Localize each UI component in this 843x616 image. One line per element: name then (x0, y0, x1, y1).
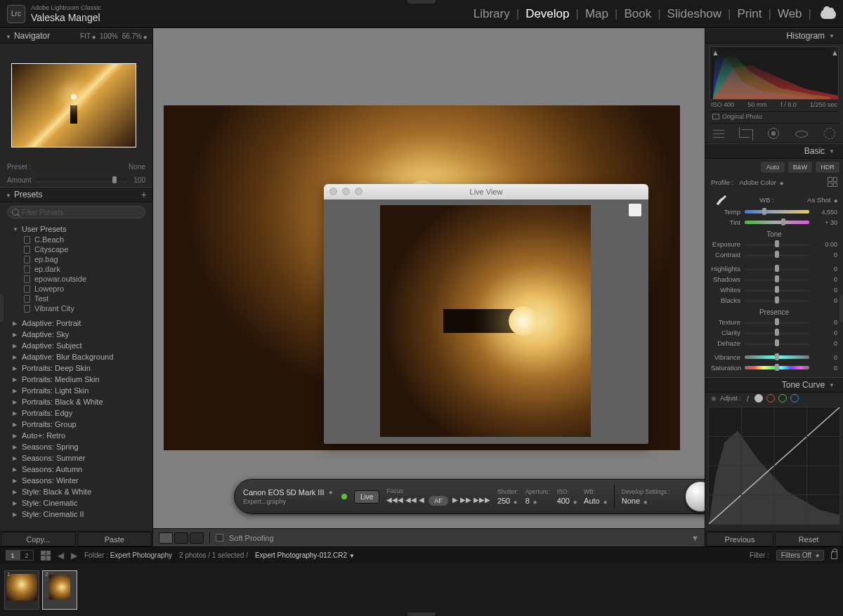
curve-channel-all[interactable] (754, 394, 763, 402)
wb-dropdown[interactable]: Auto (584, 497, 600, 505)
temp-slider[interactable] (745, 210, 809, 214)
module-book[interactable]: Book (624, 7, 651, 21)
edit-tool-icon[interactable] (713, 128, 724, 139)
blacks-slider[interactable] (745, 299, 809, 302)
preset-item[interactable]: Vibrant City (0, 303, 152, 313)
clarity-slider[interactable] (745, 331, 809, 334)
hdr-button[interactable]: HDR (815, 161, 840, 173)
paste-button[interactable]: Paste (77, 532, 152, 546)
preset-amount-slider[interactable] (37, 178, 128, 183)
module-web[interactable]: Web (778, 7, 802, 21)
autofocus-button[interactable]: AF (429, 496, 448, 506)
basic-panel-header[interactable]: Basic▼ (705, 143, 843, 159)
grid-view-icon[interactable] (41, 551, 51, 561)
preset-group[interactable]: ▶Portraits: Light Skin (0, 385, 152, 396)
vibrance-slider[interactable] (745, 355, 809, 359)
module-slideshow[interactable]: Slideshow (667, 7, 722, 21)
preset-group[interactable]: ▶Style: Black & White (0, 486, 152, 497)
focus-far-2[interactable]: ◀◀ (405, 496, 417, 506)
preset-item[interactable]: Test (0, 294, 152, 303)
focus-near-3[interactable]: ▶▶▶ (473, 496, 490, 506)
curve-channel-red[interactable] (766, 394, 775, 402)
preset-group[interactable]: ▶Seasons: Summer (0, 452, 152, 464)
filter-lock-icon[interactable] (831, 551, 837, 559)
texture-slider[interactable] (745, 320, 809, 324)
nav-back-icon[interactable]: ◀ (58, 551, 64, 561)
shutter-dropdown[interactable]: 250 (497, 497, 510, 505)
preset-group[interactable]: ▶Portraits: Edgy (0, 407, 152, 419)
preset-item[interactable]: Cityscape (0, 244, 152, 254)
tether-camera-name[interactable]: Canon EOS 5D Mark III (243, 488, 325, 497)
preset-group[interactable]: ▶Seasons: Autumn (0, 464, 152, 475)
whites-slider[interactable] (745, 288, 809, 291)
reset-button[interactable]: Reset (775, 532, 842, 546)
masking-tool-icon[interactable] (824, 128, 835, 139)
profile-browser-icon[interactable] (828, 177, 837, 187)
zoom-fit[interactable]: FIT◆ (80, 32, 96, 40)
filmstrip-thumb-1[interactable]: 1 (4, 570, 39, 610)
preset-group[interactable]: ▶Style: Cinematic II (0, 509, 152, 520)
cloud-sync-icon[interactable] (821, 9, 836, 19)
new-preset-icon[interactable]: + (141, 189, 147, 200)
window-minimize-icon[interactable] (342, 188, 350, 195)
preset-group[interactable]: ▶Adaptive: Portrait (0, 317, 152, 329)
preset-item[interactable]: Lowepro (0, 284, 152, 294)
preset-group[interactable]: ▶Auto+: Retro (0, 430, 152, 441)
window-close-icon[interactable] (329, 188, 337, 195)
module-develop[interactable]: Develop (525, 7, 569, 21)
filmstrip-thumb-2[interactable]: 2 (42, 570, 77, 610)
shadow-clipping-icon[interactable]: ▲ (712, 48, 717, 54)
top-panel-grip[interactable] (407, 0, 436, 4)
focus-far-1[interactable]: ◀ (419, 496, 424, 506)
window-zoom-icon[interactable] (355, 188, 362, 195)
capture-shutter-button[interactable] (685, 481, 705, 512)
module-print[interactable]: Print (738, 7, 762, 21)
highlight-clipping-icon[interactable]: ▲ (831, 48, 837, 54)
aperture-dropdown[interactable]: 8 (525, 497, 530, 505)
tint-slider[interactable] (745, 221, 809, 224)
before-after-lr-button[interactable] (174, 532, 188, 544)
preset-item[interactable]: ep.dark (0, 264, 152, 274)
preset-group[interactable]: ▶Portraits: Deep Skin (0, 362, 152, 374)
contrast-slider[interactable] (745, 253, 809, 256)
preset-group[interactable]: ▶Seasons: Winter (0, 475, 152, 486)
auto-button[interactable]: Auto (760, 161, 785, 173)
copy-button[interactable]: Copy... (1, 532, 76, 546)
module-library[interactable]: Library (473, 7, 510, 21)
focus-far-3[interactable]: ◀◀◀ (386, 496, 403, 506)
redeye-tool-icon[interactable] (795, 131, 808, 138)
curve-channel-green[interactable] (778, 394, 787, 402)
preset-search-input[interactable]: Filter Presets (7, 206, 145, 218)
zoom-100[interactable]: 100% (100, 32, 118, 40)
curve-channel-blue[interactable] (790, 394, 799, 402)
preset-group[interactable]: ▶Portraits: Group (0, 419, 152, 430)
screen-mode-toggle[interactable]: 12 (6, 550, 34, 561)
preset-group[interactable]: ▶Portraits: Black & White (0, 396, 152, 407)
preset-group[interactable]: ▶Adaptive: Subject (0, 340, 152, 351)
preset-group[interactable]: ▶Adaptive: Sky (0, 329, 152, 340)
soft-proofing-checkbox[interactable] (216, 534, 223, 542)
crop-tool-icon[interactable] (742, 129, 753, 140)
bw-button[interactable]: B&W (788, 161, 813, 173)
profile-dropdown[interactable]: Adobe Color ◆ (733, 178, 828, 186)
preset-group[interactable]: ▶Seasons: Spring (0, 441, 152, 452)
preset-item[interactable]: ep.bag (0, 254, 152, 264)
histogram-display[interactable]: ▲ ▲ (710, 46, 839, 100)
preset-group[interactable]: ▶Style: Cinematic (0, 497, 152, 509)
wb-preset-dropdown[interactable]: As Shot ◆ (807, 196, 837, 204)
dev-settings-dropdown[interactable]: None (622, 497, 640, 505)
highlights-slider[interactable] (745, 267, 809, 270)
loupe-view-button[interactable] (159, 532, 173, 544)
shadows-slider[interactable] (745, 277, 809, 281)
heal-tool-icon[interactable] (768, 128, 779, 139)
before-after-tb-button[interactable] (190, 532, 204, 544)
right-panel-grip[interactable] (839, 294, 843, 322)
preset-group-user[interactable]: ▼User Presets (0, 223, 152, 235)
preset-item[interactable]: epowar.outside (0, 274, 152, 284)
toolbar-menu-icon[interactable]: ▼ (691, 534, 699, 542)
nav-forward-icon[interactable]: ▶ (71, 551, 77, 561)
live-view-button[interactable]: Live (354, 490, 379, 504)
exposure-slider[interactable] (745, 242, 809, 246)
rotate-icon[interactable] (629, 204, 641, 216)
wb-eyedropper-icon[interactable] (715, 194, 726, 205)
